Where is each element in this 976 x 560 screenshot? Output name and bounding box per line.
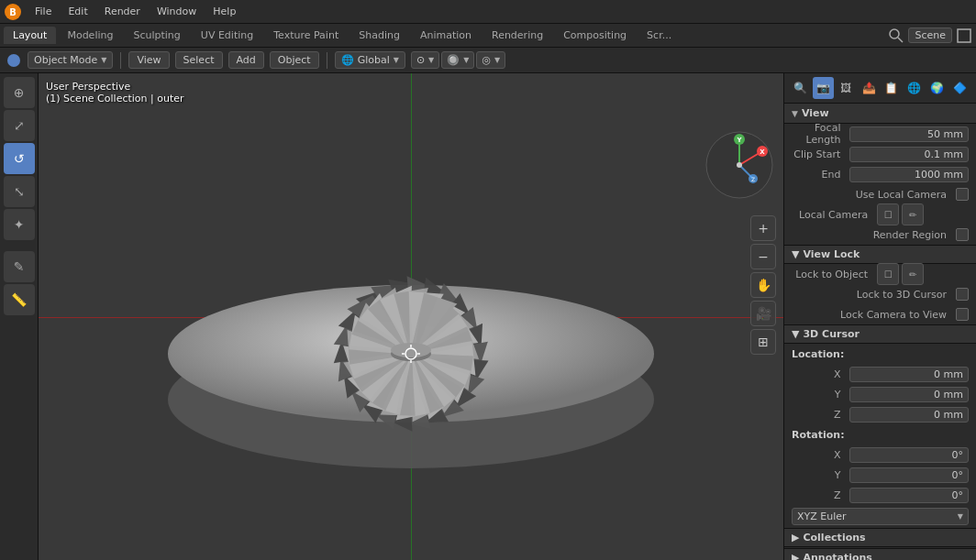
- tool-rotate[interactable]: ↺: [4, 143, 35, 174]
- tool-scale[interactable]: ⤡: [4, 176, 35, 207]
- end-row: End 1000 mm: [784, 164, 976, 184]
- axis-widget[interactable]: Y X Z: [703, 128, 776, 202]
- mode-dropdown[interactable]: Object Mode ▼: [28, 51, 113, 69]
- focal-length-value[interactable]: 50 mm: [849, 126, 969, 142]
- cursor-ry-row: Y 0°: [784, 465, 976, 485]
- select-btn[interactable]: Select: [175, 51, 223, 69]
- cursor-z-value[interactable]: 0 mm: [849, 407, 969, 423]
- cursor-rz-value[interactable]: 0°: [849, 488, 969, 503]
- svg-text:Z: Z: [751, 176, 755, 182]
- lock-cursor-checkbox[interactable]: [956, 288, 969, 301]
- render-region-checkbox[interactable]: [956, 228, 969, 241]
- tab-texture-paint[interactable]: Texture Paint: [264, 27, 348, 44]
- view-section-arrow: ▼: [792, 109, 798, 118]
- proportional-dropdown[interactable]: ◎ ▼: [476, 51, 505, 69]
- panel-view-icon[interactable]: 🔍: [790, 77, 811, 99]
- focal-length-row: Focal Length 50 mm: [784, 124, 976, 144]
- tool-annotate[interactable]: ✎: [4, 251, 35, 282]
- location-row: Location:: [784, 344, 976, 364]
- tab-compositing[interactable]: Compositing: [554, 27, 636, 44]
- tool-move[interactable]: ⤢: [4, 110, 35, 141]
- use-local-camera-checkbox[interactable]: [956, 188, 969, 201]
- cursor-x-row: X 0 mm: [784, 364, 976, 384]
- local-camera-edit-btn[interactable]: ✏: [902, 203, 924, 225]
- lock-obj-btn[interactable]: ☐: [877, 263, 899, 285]
- lock-obj-edit-btn[interactable]: ✏: [902, 263, 924, 285]
- viewport-3d[interactable]: User Perspective (1) Scene Collection | …: [39, 73, 783, 560]
- menu-help[interactable]: Help: [205, 4, 243, 19]
- view-btn[interactable]: View: [128, 51, 169, 69]
- tab-sculpting[interactable]: Sculpting: [124, 27, 189, 44]
- scene-name[interactable]: Scene: [908, 27, 952, 43]
- tab-uv-editing[interactable]: UV Editing: [192, 27, 262, 44]
- 3dcursor-arrow: ▼: [792, 328, 799, 340]
- rotation-label: Rotation:: [792, 427, 845, 443]
- tab-layout[interactable]: Layout: [4, 27, 56, 44]
- orthographic-btn[interactable]: ⊞: [750, 329, 776, 355]
- viewport-info: User Perspective (1) Scene Collection | …: [46, 81, 184, 104]
- cursor-x-value[interactable]: 0 mm: [849, 367, 969, 382]
- menu-render[interactable]: Render: [97, 4, 148, 19]
- cursor-z-label: Z: [792, 409, 846, 421]
- snapping-dropdown[interactable]: 🔘 ▼: [441, 51, 474, 69]
- panel-output-icon[interactable]: 📤: [859, 77, 880, 99]
- search-icon[interactable]: [888, 27, 904, 44]
- camera-btn[interactable]: 🎥: [750, 301, 776, 326]
- tool-cursor[interactable]: ⊕: [4, 77, 35, 108]
- tab-animation[interactable]: Animation: [411, 27, 481, 44]
- cursor-rx-row: X 0°: [784, 445, 976, 465]
- transform-dropdown[interactable]: 🌐 Global ▼: [335, 51, 405, 69]
- annotations-section-header[interactable]: ▶ Annotations: [784, 548, 976, 560]
- panel-camera-icon[interactable]: 📷: [813, 77, 834, 99]
- zoom-out-btn[interactable]: −: [750, 244, 776, 269]
- euler-mode-label: XYZ Euler: [797, 511, 847, 522]
- hand-btn[interactable]: ✋: [750, 272, 776, 298]
- menu-window[interactable]: Window: [150, 4, 204, 19]
- cursor-rx-value[interactable]: 0°: [849, 447, 969, 463]
- cursor-y-value[interactable]: 0 mm: [849, 387, 969, 402]
- viewport-info-collection: (1) Scene Collection | outer: [46, 93, 184, 104]
- cursor-x-label: X: [792, 368, 846, 380]
- euler-dropdown[interactable]: XYZ Euler ▼: [792, 508, 969, 525]
- pivot-dropdown[interactable]: ⊙ ▼: [411, 51, 439, 69]
- add-btn[interactable]: Add: [228, 51, 264, 69]
- menu-edit[interactable]: Edit: [61, 4, 94, 19]
- zoom-in-btn[interactable]: +: [750, 215, 776, 241]
- end-value[interactable]: 1000 mm: [849, 167, 969, 182]
- tool-transform[interactable]: ✦: [4, 209, 35, 240]
- tab-scripting[interactable]: Scr...: [638, 27, 681, 44]
- tab-modeling[interactable]: Modeling: [58, 27, 122, 44]
- viewlock-arrow: ▼: [792, 248, 799, 260]
- tab-rendering[interactable]: Rendering: [482, 27, 552, 44]
- sep2: [327, 52, 327, 69]
- panel-scene-icon[interactable]: 🌐: [904, 77, 925, 99]
- panel-world-icon[interactable]: 🌍: [926, 77, 948, 99]
- view-section-header[interactable]: ▼ View: [784, 104, 976, 124]
- svg-line-3: [898, 38, 903, 42]
- sep1: [120, 52, 121, 69]
- annotations-arrow: ▶: [792, 552, 799, 560]
- tab-shading[interactable]: Shading: [349, 27, 409, 44]
- lock-camera-checkbox[interactable]: [956, 308, 969, 321]
- view-section-title: View: [802, 107, 829, 119]
- clip-start-value[interactable]: 0.1 mm: [849, 147, 969, 162]
- panel-view-layer-icon[interactable]: 📋: [882, 77, 903, 99]
- panel-render-icon[interactable]: 🖼: [836, 77, 857, 99]
- object-btn[interactable]: Object: [270, 51, 319, 69]
- viewport-icon[interactable]: [956, 27, 972, 44]
- viewlock-section-header[interactable]: ▼ View Lock: [784, 245, 976, 264]
- panel-object-icon[interactable]: 🔷: [949, 77, 970, 99]
- menu-file[interactable]: File: [28, 4, 59, 19]
- cursor-z-row: Z 0 mm: [784, 404, 976, 424]
- collections-section-header[interactable]: ▶ Collections: [784, 528, 976, 547]
- left-toolbar: ⊕ ⤢ ↺ ⤡ ✦ ✎ 📏: [0, 73, 39, 560]
- cursor-ry-value[interactable]: 0°: [849, 467, 969, 483]
- 3dcursor-section-header[interactable]: ▼ 3D Cursor: [784, 324, 976, 344]
- euler-chevron-icon: ▼: [958, 512, 963, 521]
- render-region-label: Render Region: [792, 229, 952, 241]
- local-camera-btn[interactable]: ☐: [877, 203, 899, 225]
- render-region-row: Render Region: [784, 225, 976, 245]
- cursor-y-label: Y: [792, 389, 846, 401]
- tool-measure[interactable]: 📏: [4, 284, 35, 315]
- local-camera-label: Local Camera: [792, 209, 873, 221]
